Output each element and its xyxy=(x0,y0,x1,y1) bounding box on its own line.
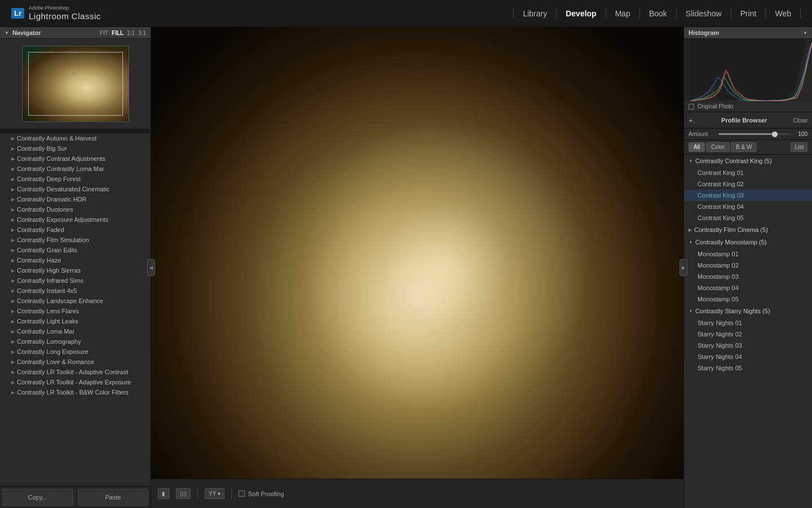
list-item[interactable]: ▶ Contrastly Light Leaks xyxy=(0,316,151,326)
nav-item-print[interactable]: Print xyxy=(731,9,766,18)
list-item[interactable]: ▶ Contrastly Deep Forest xyxy=(0,174,151,184)
pg-arrow: ▼ xyxy=(689,240,693,245)
list-item[interactable]: ▶ Contrastly Loma Mar xyxy=(0,326,151,336)
zoom-3-1[interactable]: 3:1 xyxy=(138,30,146,36)
profile-browser-plus[interactable]: +. xyxy=(689,116,695,125)
preset-arrow: ▶ xyxy=(11,339,15,344)
app-brand: Adobe Photoshop Lightroom Classic xyxy=(29,5,101,21)
copy-button[interactable]: Copy... xyxy=(2,489,73,506)
list-view-btn[interactable]: List xyxy=(791,142,807,152)
profile-group-header[interactable]: ▼Contrastly Monostamp (5) xyxy=(684,236,812,248)
profile-browser-header: +. Profile Browser Close xyxy=(684,112,812,129)
preset-arrow: ▶ xyxy=(11,390,15,395)
profile-item[interactable]: Monostamp 04 xyxy=(684,282,812,294)
profile-item[interactable]: Contrast King 05 xyxy=(684,212,812,224)
list-item[interactable]: ▶ Contrastly Haze xyxy=(0,255,151,265)
right-collapse-arrow[interactable]: ▶ xyxy=(679,259,687,276)
profile-item[interactable]: Starry Nights 02 xyxy=(684,329,812,340)
main-image xyxy=(151,27,683,479)
lr-title: Lightroom Classic xyxy=(29,11,101,21)
nav-item-book[interactable]: Book xyxy=(640,9,677,18)
profile-item[interactable]: Contrast King 04 xyxy=(684,201,812,212)
filmstrip-sep-2 xyxy=(231,488,232,500)
nav-item-slideshow[interactable]: Slideshow xyxy=(677,9,731,18)
view-grid-btn[interactable]: ▯▯ xyxy=(176,488,191,499)
amount-slider-track[interactable] xyxy=(718,133,789,135)
zoom-1-1[interactable]: 1:1 xyxy=(127,30,135,36)
zoom-fit[interactable]: FIT xyxy=(100,30,108,36)
profile-item[interactable]: Contrast King 02 xyxy=(684,178,812,190)
navigator-thumbnail xyxy=(22,46,129,122)
amount-slider-thumb[interactable] xyxy=(772,132,778,137)
nav-item-map[interactable]: Map xyxy=(606,9,640,18)
profile-item[interactable]: Contrast King 01 xyxy=(684,167,812,178)
list-item[interactable]: ▶ Contrastly Dramatic HDR xyxy=(0,194,151,204)
compare-btn[interactable]: YY ▾ xyxy=(205,488,224,499)
original-photo-checkbox[interactable] xyxy=(689,104,694,110)
preset-arrow: ▶ xyxy=(11,288,15,294)
list-item[interactable]: ▶ Contrastly High Sierras xyxy=(0,265,151,275)
histogram-triangle: ▼ xyxy=(803,30,807,36)
filter-bw-btn[interactable]: B & W xyxy=(731,142,757,152)
list-item[interactable]: ▶ Contrastly Autumn & Harvest xyxy=(0,133,151,143)
nav-item-library[interactable]: Library xyxy=(513,9,557,18)
profile-item[interactable]: Starry Nights 05 xyxy=(684,362,812,374)
list-item[interactable]: ▶ Contrastly Faded xyxy=(0,225,151,235)
soft-proofing-checkbox[interactable] xyxy=(239,491,245,497)
profile-item[interactable]: Starry Nights 04 xyxy=(684,351,812,362)
filter-all-btn[interactable]: All xyxy=(689,142,705,152)
pg-title: Contrastly Starry Nights (5) xyxy=(695,308,770,314)
view-single-btn[interactable]: ▮ xyxy=(158,488,169,499)
list-item[interactable]: ▶ Contrastly LR Toolkit - Adaptive Expos… xyxy=(0,377,151,387)
list-item[interactable]: ▶ Contrastly LR Toolkit - Adaptive Contr… xyxy=(0,367,151,377)
profile-item[interactable]: Monostamp 02 xyxy=(684,260,812,271)
pg-arrow: ▶ xyxy=(689,227,692,233)
profile-group-header[interactable]: ▼Contrastly Contrast King (5) xyxy=(684,155,812,167)
paste-button[interactable]: Paste xyxy=(78,489,149,506)
preset-arrow: ▶ xyxy=(11,309,15,314)
preset-arrow: ▶ xyxy=(11,136,15,141)
list-item[interactable]: ▶ Contrastly Film Simulation xyxy=(0,235,151,245)
filter-color-btn[interactable]: Color xyxy=(706,142,730,152)
list-item[interactable]: ▶ Contrastly Contrast Adjustments xyxy=(0,154,151,164)
list-item[interactable]: ▶ Contrastly Exposure Adjustments xyxy=(0,214,151,225)
zoom-fill[interactable]: FILL xyxy=(112,30,123,36)
nav-item-develop[interactable]: Develop xyxy=(557,9,606,18)
list-item[interactable]: ▶ Contrastly Instant 4x5 xyxy=(0,286,151,296)
list-item[interactable]: ▶ Contrastly Contrastly Loma Mar xyxy=(0,164,151,174)
profile-browser-title: Profile Browser xyxy=(721,117,767,124)
list-item[interactable]: ▶ Contrastly Long Exposure xyxy=(0,347,151,357)
profile-item[interactable]: Contrast King 03 xyxy=(684,190,812,201)
left-collapse-arrow[interactable]: ◀ xyxy=(147,259,155,276)
profile-group-header[interactable]: ▶Contrastly Film Cinema (5) xyxy=(684,224,812,236)
navigator-selector[interactable] xyxy=(28,52,123,116)
filter-row: All Color B & W List xyxy=(684,140,812,155)
nav-spacer xyxy=(0,129,151,133)
profile-item[interactable]: Monostamp 01 xyxy=(684,248,812,260)
list-item[interactable]: ▶ Contrastly Desaturated Cinematic xyxy=(0,184,151,194)
list-item[interactable]: ▶ Contrastly Love & Romance xyxy=(0,357,151,367)
profile-item[interactable]: Monostamp 05 xyxy=(684,294,812,305)
profile-item[interactable]: Monostamp 03 xyxy=(684,271,812,282)
profile-item[interactable]: Starry Nights 03 xyxy=(684,340,812,351)
list-item[interactable]: ▶ Contrastly Big Sur xyxy=(0,143,151,154)
list-item[interactable]: ▶ Contrastly Grain Edits xyxy=(0,245,151,255)
profile-scroll[interactable]: ▼Contrastly Contrast King (5)Contrast Ki… xyxy=(684,155,812,508)
profile-browser-close[interactable]: Close xyxy=(793,117,807,124)
list-item[interactable]: ▶ Contrastly LR Toolkit - B&W Color Filt… xyxy=(0,387,151,397)
histogram-area xyxy=(684,39,812,101)
left-panel: ▼ Navigator FIT FILL 1:1 3:1 ▶ Contrastl… xyxy=(0,27,151,508)
nav-item-web[interactable]: Web xyxy=(766,9,801,18)
soft-proofing-label: Soft Proofing xyxy=(248,491,284,497)
list-item[interactable]: ▶ Contrastly Lens Flares xyxy=(0,306,151,316)
profile-group-header[interactable]: ▼Contrastly Starry Nights (5) xyxy=(684,305,812,317)
nav-menu: LibraryDevelopMapBookSlideshowPrintWeb xyxy=(513,9,801,18)
list-item[interactable]: ▶ Contrastly Lomography xyxy=(0,336,151,347)
list-item[interactable]: ▶ Contrastly Duotones xyxy=(0,204,151,214)
list-item[interactable]: ▶ Contrastly Landscape Enhance xyxy=(0,296,151,306)
preset-arrow: ▶ xyxy=(11,299,15,304)
profile-item[interactable]: Starry Nights 01 xyxy=(684,317,812,329)
zoom-buttons: FIT FILL 1:1 3:1 xyxy=(100,30,146,36)
preset-arrow: ▶ xyxy=(11,329,15,334)
list-item[interactable]: ▶ Contrastly Infrared Sims xyxy=(0,275,151,286)
